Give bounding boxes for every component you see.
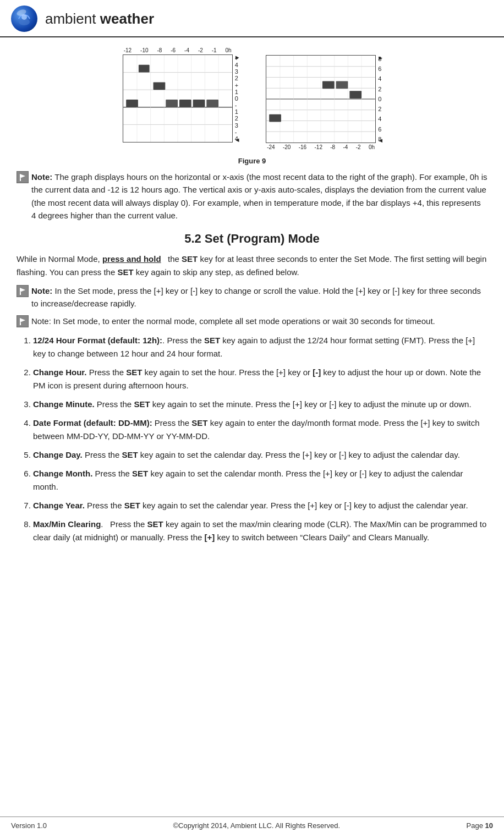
item2-label: Change Hour. <box>33 368 87 377</box>
note-flag-icon <box>18 173 27 182</box>
left-arrow-bottom: ◄ <box>234 136 240 143</box>
svg-rect-37 <box>269 114 281 122</box>
item1-label: 12/24 Hour Format (default: 12h): <box>33 336 162 345</box>
note1-text: Note: The graph displays hours on the ho… <box>31 171 487 222</box>
logo-icon <box>15 10 33 28</box>
svg-rect-46 <box>20 322 21 325</box>
svg-rect-15 <box>126 100 138 107</box>
item7-label: Change Year. <box>33 501 85 510</box>
left-graph-wrapper: -12 -10 -8 -6 -4 -2 -1 0h ► <box>123 47 238 143</box>
set-bold-2: SET <box>117 267 133 277</box>
svg-rect-19 <box>206 100 218 107</box>
item2-minus: [-] <box>313 368 321 377</box>
item5-label: Change Day. <box>33 450 83 459</box>
section-heading: 5.2 Set (Program) Mode <box>17 232 487 246</box>
note2-text: Note: In the Set mode, press the [+] key… <box>31 284 487 310</box>
svg-rect-40 <box>20 178 21 181</box>
left-arrow-right: ► <box>234 54 240 61</box>
note1-icon <box>17 171 29 183</box>
svg-rect-13 <box>139 65 150 73</box>
press-hold-text: press and hold <box>102 254 161 264</box>
note3-icon <box>17 315 29 327</box>
item8-plus: [+] <box>205 533 215 542</box>
svg-rect-34 <box>322 81 335 89</box>
note2-flag-icon <box>18 287 27 295</box>
figure-label: Figure 9 <box>238 157 266 165</box>
figure-container: -12 -10 -8 -6 -4 -2 -1 0h ► <box>17 47 487 165</box>
item6-set: SET <box>132 469 148 478</box>
right-x-top-spacer <box>266 47 376 55</box>
item4-label: Date Format (default: DD-MM): <box>33 418 152 428</box>
brand-name: ambient weather <box>45 10 154 28</box>
list-item-8: Max/Min Clearing. Press the SET key agai… <box>33 518 487 544</box>
page-header: ambient weather <box>0 0 504 37</box>
brand-regular: ambient <box>45 10 100 27</box>
footer-version: Version 1.0 <box>11 821 47 830</box>
footer-page-number: 10 <box>485 821 493 830</box>
item4-set: SET <box>191 418 207 428</box>
left-x-labels: -12 -10 -8 -6 -4 -2 -1 0h <box>123 47 233 53</box>
page-footer: Version 1.0 ©Copyright 2014, Ambient LLC… <box>0 816 504 833</box>
note1-label: Note: <box>31 172 52 182</box>
note2-icon <box>17 285 29 297</box>
graphs-row: -12 -10 -8 -6 -4 -2 -1 0h ► <box>123 47 382 150</box>
right-graph-wrapper: ► <box>266 47 381 150</box>
right-y-labels: 8 6 4 2 0 2 4 6 8 <box>378 55 381 143</box>
svg-rect-17 <box>179 100 191 107</box>
item3-label: Change Minute. <box>33 399 95 409</box>
list-item-1: 12/24 Hour Format (default: 12h):. Press… <box>33 334 487 360</box>
footer-page: Page 10 <box>467 821 493 830</box>
note3-row: Note: In Set mode, to enter the normal m… <box>17 315 487 327</box>
list-item-2: Change Hour. Press the SET key again to … <box>33 366 487 392</box>
item2-set: SET <box>126 368 142 377</box>
list-item-3: Change Minute. Press the SET key again t… <box>33 398 487 411</box>
item6-label: Change Month. <box>33 469 92 478</box>
main-content: -12 -10 -8 -6 -4 -2 -1 0h ► <box>0 37 504 561</box>
note2-label: Note: <box>31 286 52 295</box>
logo-circle <box>11 6 37 32</box>
item3-set: SET <box>134 399 150 409</box>
note1-row: Note: The graph displays hours on the ho… <box>17 171 487 222</box>
right-graph-svg <box>266 55 376 143</box>
settings-list: 12/24 Hour Format (default: 12h):. Press… <box>33 334 487 544</box>
note2-row: Note: In the Set mode, press the [+] key… <box>17 284 487 310</box>
svg-rect-35 <box>336 81 348 89</box>
left-y-labels: + 4 3 2 + 1 0 - 1 2 3 - 4 <box>235 54 238 143</box>
item8-set: SET <box>147 519 163 529</box>
item7-set: SET <box>124 501 140 510</box>
item8-label: Max/Min Clearing <box>33 519 101 529</box>
note3-text: Note: In Set mode, to enter the normal m… <box>31 315 487 327</box>
brand-bold: weather <box>100 10 154 27</box>
right-arrow-right: ► <box>377 54 384 61</box>
para1: While in Normal Mode, press and hold the… <box>17 253 487 279</box>
left-graph-svg <box>123 54 233 143</box>
list-item-4: Date Format (default: DD-MM): Press the … <box>33 416 487 443</box>
right-x-labels: -24 -20 -16 -12 -8 -4 -2 0h <box>266 143 376 150</box>
item1-set: SET <box>204 336 220 345</box>
note3-flag-icon <box>18 317 27 326</box>
set-bold-1: SET <box>182 254 198 264</box>
svg-rect-36 <box>349 91 361 98</box>
list-item-5: Change Day. Press the SET key again to s… <box>33 448 487 462</box>
list-item-6: Change Month. Press the SET key again to… <box>33 467 487 494</box>
list-item-7: Change Year. Press the SET key again to … <box>33 499 487 512</box>
footer-copyright: ©Copyright 2014, Ambient LLC. All Rights… <box>173 821 340 830</box>
svg-rect-14 <box>153 82 165 90</box>
svg-point-1 <box>21 14 27 20</box>
svg-rect-18 <box>193 100 205 107</box>
svg-rect-16 <box>166 100 178 107</box>
svg-rect-43 <box>20 292 21 295</box>
right-arrow-bottom: ◄ <box>377 137 384 144</box>
item5-set: SET <box>122 450 138 459</box>
